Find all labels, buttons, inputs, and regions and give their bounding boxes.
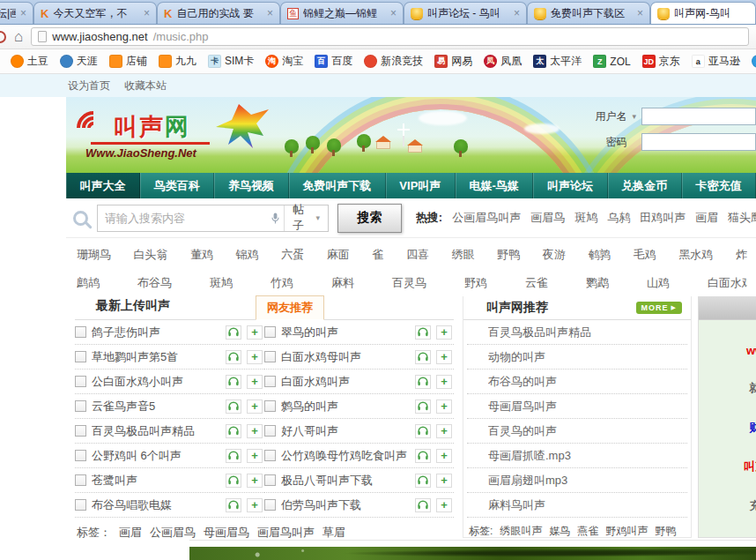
hot-search-link[interactable]: 猫头鹰 (728, 210, 756, 226)
recommend-link[interactable]: 百灵鸟极品叫声精品 (488, 325, 591, 340)
tag-link[interactable]: 四喜 (406, 247, 429, 263)
checkbox[interactable] (75, 499, 86, 511)
checkbox[interactable] (75, 326, 86, 338)
tab-close-icon[interactable]: × (390, 8, 397, 19)
tab-close-icon[interactable]: × (637, 8, 643, 19)
add-icon[interactable]: + (247, 498, 263, 512)
sound-title-link[interactable]: 鸽子悲伤叫声 (92, 325, 220, 340)
bookmark-item[interactable]: a 亚马逊 (689, 54, 743, 69)
add-icon[interactable]: + (436, 498, 452, 512)
bookmark-item[interactable]: 百 百度 (312, 54, 355, 69)
add-icon[interactable]: + (436, 449, 452, 463)
nav-item[interactable]: 卡密充值 (682, 173, 756, 198)
add-icon[interactable]: + (436, 424, 452, 438)
tab-close-icon[interactable]: × (514, 8, 520, 19)
sound-title-link[interactable]: 白面水鸡母叫声 (281, 349, 410, 365)
checkbox[interactable] (75, 351, 86, 362)
add-icon[interactable]: + (247, 424, 263, 438)
tag-link[interactable]: 绣眼叫声 (500, 524, 542, 539)
tag-link[interactable]: 斑鸠 (210, 275, 233, 291)
nav-item[interactable]: VIP叫声 (386, 173, 456, 198)
username-caret-icon[interactable]: ▾ (632, 112, 636, 121)
add-icon[interactable]: + (247, 375, 263, 389)
add-icon[interactable]: + (247, 399, 263, 414)
reload-icon[interactable] (0, 31, 6, 43)
tag-link[interactable]: 鹦鹉 (586, 275, 609, 291)
checkbox[interactable] (264, 400, 276, 412)
sound-title-link[interactable]: 公竹鸡唤母竹鸡吃食叫声 (281, 448, 410, 464)
tag-link[interactable]: 燕雀 (577, 524, 598, 539)
tab-close-icon[interactable]: × (267, 8, 273, 19)
tag-link[interactable]: 绣眼 (452, 247, 475, 263)
nav-item[interactable]: 免费叫声下载 (289, 173, 386, 198)
tag-link[interactable]: 麻料 (331, 275, 354, 291)
favorite-link[interactable]: 收藏本站 (124, 78, 167, 93)
recommend-link[interactable]: 布谷鸟的叫声 (488, 374, 557, 390)
browser-tab[interactable]: K 今天又空军，不 × (33, 2, 157, 24)
tag-link[interactable]: 夜游 (543, 247, 566, 263)
sound-title-link[interactable]: 公白面水鸡小叫声 (92, 374, 220, 390)
bookmark-item[interactable]: JD 京东 (640, 54, 683, 69)
listen-icon[interactable] (226, 498, 241, 512)
checkbox[interactable] (75, 450, 86, 461)
tag-link[interactable]: 公画眉鸟 (150, 525, 196, 541)
recommend-link[interactable]: 画眉扇翅叫mp3 (488, 473, 567, 489)
checkbox[interactable] (75, 400, 86, 412)
tag-link[interactable]: 麻面 (327, 247, 350, 263)
checkbox[interactable] (264, 425, 276, 437)
tag-link[interactable]: 草眉 (322, 525, 345, 541)
bookmark-item[interactable]: 淘 淘宝 (263, 54, 306, 69)
sound-title-link[interactable]: 草地鹨叫声第5首 (92, 349, 220, 365)
recommend-link[interactable]: 动物的叫声 (488, 349, 545, 365)
listen-icon[interactable] (226, 325, 241, 340)
tag-link[interactable]: 六蛋 (281, 247, 304, 263)
bookmark-item[interactable]: 8 (749, 55, 756, 68)
recommend-link[interactable]: 母画眉抓喳.mp3 (488, 448, 571, 464)
bookmark-item[interactable]: 店铺 (107, 54, 150, 69)
browser-tab[interactable]: 叫声网-鸟叫 × (650, 2, 756, 24)
listen-icon[interactable] (415, 375, 431, 389)
microphone-icon[interactable] (267, 213, 284, 224)
add-icon[interactable]: + (436, 474, 452, 488)
nav-item[interactable]: 电媒-鸟媒 (456, 173, 534, 198)
tab-friend-recommend[interactable]: 网友推荐 (256, 295, 324, 320)
hot-search-link[interactable]: 田鸡叫声 (640, 210, 686, 226)
bookmark-item[interactable]: 凤 凤凰 (481, 54, 524, 69)
bookmark-item[interactable]: 太 太平洋 (530, 54, 584, 69)
checkbox[interactable] (264, 499, 276, 511)
tag-link[interactable]: 布谷鸟 (137, 275, 172, 291)
listen-icon[interactable] (415, 498, 431, 512)
nav-item[interactable]: 叫声论坛 (533, 173, 607, 198)
checkbox[interactable] (264, 474, 276, 486)
set-home-link[interactable]: 设为首页 (68, 78, 110, 93)
tag-link[interactable]: 野鸡 (464, 275, 487, 291)
sound-title-link[interactable]: 翠鸟的叫声 (281, 325, 410, 340)
bookmark-item[interactable]: 卡 SIM卡 (205, 54, 256, 69)
bookmark-item[interactable]: 天涯 (57, 54, 100, 69)
listen-icon[interactable] (415, 424, 431, 438)
tag-link[interactable]: 野鸭 (655, 524, 676, 539)
tag-link[interactable]: 董鸡 (190, 247, 213, 263)
browser-tab[interactable]: K 自己用的实战 要 × (157, 2, 280, 24)
tag-link[interactable]: 野鸭 (497, 247, 520, 263)
address-bar[interactable]: www.jiaosheng.net/music.php (31, 27, 749, 46)
checkbox[interactable] (264, 450, 276, 461)
tag-link[interactable]: 画眉 (119, 525, 142, 541)
sound-title-link[interactable]: 云雀鸟声音5 (92, 399, 220, 414)
listen-icon[interactable] (226, 424, 241, 438)
sound-title-link[interactable]: 极品八哥叫声下载 (281, 473, 410, 489)
tag-link[interactable]: 鹧鸪 (77, 275, 100, 291)
sound-title-link[interactable]: 鹩鸟的叫声 (281, 399, 410, 414)
sound-title-link[interactable]: 百灵鸟极品叫声精品 (92, 423, 220, 439)
add-icon[interactable]: + (247, 449, 263, 463)
sound-title-link[interactable]: 好八哥叫声 (281, 423, 410, 439)
checkbox[interactable] (264, 326, 276, 338)
hot-search-link[interactable]: 斑鸠 (574, 210, 597, 226)
password-input[interactable] (641, 133, 756, 151)
listen-icon[interactable] (415, 474, 431, 488)
tag-link[interactable]: 鹌鹑 (588, 247, 611, 263)
add-icon[interactable]: + (436, 325, 452, 340)
nav-item[interactable]: 养鸟视频 (214, 173, 288, 198)
listen-icon[interactable] (415, 449, 431, 463)
bookmark-item[interactable]: Z ZOL (590, 55, 633, 68)
